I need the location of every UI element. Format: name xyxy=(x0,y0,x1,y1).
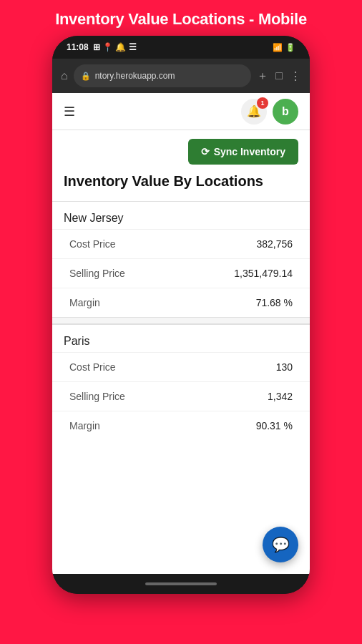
sync-icon: ⟳ xyxy=(201,146,210,157)
menu-icon[interactable]: ⋮ xyxy=(290,69,301,83)
sync-inventory-button[interactable]: ⟳ Sync Inventory xyxy=(188,139,298,165)
browser-bar: ⌂ 🔒 ntory.herokuapp.com ＋ □ ⋮ xyxy=(52,59,310,93)
url-bar[interactable]: 🔒 ntory.herokuapp.com xyxy=(74,64,252,87)
nj-margin-label: Margin xyxy=(69,297,100,308)
status-time: 11:08 ⊞ 📍 🔔 ☰ xyxy=(67,42,137,52)
app-header: ☰ 🔔 1 b xyxy=(52,93,310,130)
nj-selling-price-row: Selling Price 1,351,479.14 xyxy=(52,258,310,288)
browser-action-buttons: ＋ □ ⋮ xyxy=(257,69,301,84)
header-actions: 🔔 1 b xyxy=(241,99,298,125)
url-text: ntory.herokuapp.com xyxy=(95,71,175,81)
nj-selling-price-value: 1,351,479.14 xyxy=(234,268,293,279)
nj-selling-price-label: Selling Price xyxy=(69,268,125,279)
status-icons: ⊞ 📍 🔔 ☰ xyxy=(93,42,137,52)
status-bar: 11:08 ⊞ 📍 🔔 ☰ 📶 🔋 xyxy=(52,36,310,59)
time-display: 11:08 xyxy=(67,42,89,52)
hamburger-menu-icon[interactable]: ☰ xyxy=(64,104,75,119)
nj-cost-price-label: Cost Price xyxy=(69,238,116,250)
notification-wrapper: 🔔 1 xyxy=(241,99,267,125)
web-content: ☰ 🔔 1 b ⟳ Sy xyxy=(52,93,310,574)
chat-icon: 💬 xyxy=(272,536,290,553)
user-avatar[interactable]: b xyxy=(273,99,298,125)
notification-badge: 1 xyxy=(257,97,268,109)
signal-icon: 📶 xyxy=(273,43,283,52)
nj-cost-price-value: 382,756 xyxy=(256,238,293,250)
page-title-bar: Inventory Value Locations - Mobile xyxy=(41,0,321,36)
status-right-icons: 📶 🔋 xyxy=(273,43,295,52)
paris-selling-price-value: 1,342 xyxy=(268,391,293,402)
location-name-new-jersey: New Jersey xyxy=(52,202,310,229)
paris-cost-price-row: Cost Price 130 xyxy=(52,352,310,381)
paris-selling-price-label: Selling Price xyxy=(69,391,125,402)
content-area: ⟳ Sync Inventory Inventory Value By Loca… xyxy=(52,130,310,574)
new-tab-icon[interactable]: ＋ xyxy=(257,69,268,84)
paris-selling-price-row: Selling Price 1,342 xyxy=(52,381,310,411)
location-section-paris: Paris Cost Price 130 Selling Price 1,342… xyxy=(52,324,310,440)
avatar-letter: b xyxy=(282,105,289,118)
nj-cost-price-row: Cost Price 382,756 xyxy=(52,229,310,258)
sync-button-label: Sync Inventory xyxy=(214,146,285,157)
section-divider xyxy=(52,317,310,324)
home-indicator xyxy=(145,582,217,585)
paris-margin-row: Margin 90.31 % xyxy=(52,411,310,440)
chat-fab-button[interactable]: 💬 xyxy=(263,527,298,562)
location-section-new-jersey: New Jersey Cost Price 382,756 Selling Pr… xyxy=(52,201,310,317)
paris-margin-value: 90.31 % xyxy=(256,420,293,431)
page-title: Inventory Value Locations - Mobile xyxy=(41,0,321,36)
nj-margin-value: 71.68 % xyxy=(256,297,293,308)
paris-cost-price-label: Cost Price xyxy=(69,361,116,373)
home-icon[interactable]: ⌂ xyxy=(61,69,68,82)
phone-bottom-bar xyxy=(52,574,310,594)
lock-icon: 🔒 xyxy=(81,72,91,81)
paris-margin-label: Margin xyxy=(69,420,100,431)
paris-cost-price-value: 130 xyxy=(276,361,293,373)
inventory-page-title: Inventory Value By Locations xyxy=(52,165,310,201)
notification-count: 1 xyxy=(260,99,264,107)
wifi-icon: 🔋 xyxy=(285,43,295,52)
phone-frame: 11:08 ⊞ 📍 🔔 ☰ 📶 🔋 ⌂ 🔒 ntory.herokuapp.co… xyxy=(52,36,310,594)
tabs-icon[interactable]: □ xyxy=(275,69,283,82)
sync-button-row: ⟳ Sync Inventory xyxy=(52,130,310,165)
location-name-paris: Paris xyxy=(52,325,310,352)
nj-margin-row: Margin 71.68 % xyxy=(52,288,310,317)
